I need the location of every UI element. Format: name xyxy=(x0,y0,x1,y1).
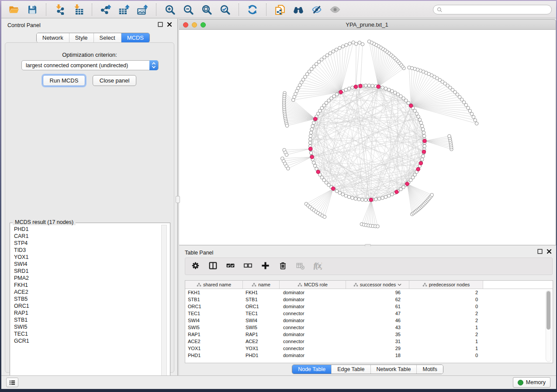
node[interactable] xyxy=(420,124,424,128)
node[interactable] xyxy=(381,196,384,200)
node[interactable] xyxy=(377,197,381,200)
leaf-node[interactable] xyxy=(430,193,434,197)
table-row[interactable]: ORC1ORC1dominator610 xyxy=(185,303,553,310)
node[interactable] xyxy=(347,87,351,90)
node[interactable] xyxy=(384,87,387,90)
export-image-button[interactable] xyxy=(136,3,149,16)
table-row[interactable]: STB1STB1dominator620 xyxy=(185,296,553,303)
mcds-node[interactable] xyxy=(377,85,381,89)
column-header-successor-nodes[interactable]: successor nodes xyxy=(346,281,409,289)
node[interactable] xyxy=(351,196,354,200)
leaf-node[interactable] xyxy=(408,66,411,69)
mcds-result-item[interactable]: SWI5 xyxy=(10,323,160,330)
leaf-node[interactable] xyxy=(358,41,361,45)
table-settings-button[interactable] xyxy=(191,261,200,272)
node[interactable] xyxy=(312,161,315,165)
select-all-button[interactable] xyxy=(226,261,235,272)
node[interactable] xyxy=(308,141,312,144)
save-session-button[interactable] xyxy=(26,3,39,16)
mcds-result-item[interactable]: PMA2 xyxy=(10,275,160,282)
mcds-node[interactable] xyxy=(359,84,363,88)
node[interactable] xyxy=(311,124,315,128)
mcds-node[interactable] xyxy=(310,155,314,159)
leaf-node[interactable] xyxy=(287,167,290,170)
mcds-result-item[interactable]: ORC1 xyxy=(10,303,160,309)
deselect-all-button[interactable] xyxy=(244,261,252,272)
leaf-node[interactable] xyxy=(291,98,295,102)
close-panel-icon[interactable] xyxy=(167,22,172,27)
network-graph[interactable] xyxy=(178,30,556,244)
mcds-result-scrollbar[interactable] xyxy=(161,225,167,383)
node[interactable] xyxy=(351,86,354,89)
mcds-result-item[interactable]: TEC1 xyxy=(10,330,160,337)
node[interactable] xyxy=(309,134,312,138)
node[interactable] xyxy=(344,194,348,198)
leaf-node[interactable] xyxy=(323,56,326,59)
tab-motifs[interactable]: Motifs xyxy=(416,365,443,374)
node[interactable] xyxy=(354,197,357,200)
mcds-result-item[interactable]: SWI4 xyxy=(10,261,160,268)
node[interactable] xyxy=(338,191,342,195)
node[interactable] xyxy=(419,121,423,125)
node[interactable] xyxy=(309,151,313,155)
network-canvas[interactable] xyxy=(178,30,556,245)
leaf-node[interactable] xyxy=(468,109,472,113)
search-box[interactable] xyxy=(433,5,552,14)
tab-select[interactable]: Select xyxy=(93,33,121,42)
optimization-criterion-select[interactable]: largest connected component (undirected) xyxy=(21,60,159,70)
mcds-result-item[interactable]: RAP1 xyxy=(10,309,160,316)
close-table-panel-icon[interactable] xyxy=(547,249,552,254)
mcds-result-item[interactable]: TID3 xyxy=(10,247,160,254)
table-row[interactable]: YOX1YOX1connector291 xyxy=(185,345,553,352)
mcds-result-item[interactable]: ACE2 xyxy=(10,289,160,296)
leaf-node[interactable] xyxy=(332,50,335,53)
table-row[interactable]: PHD1PHD1dominator180 xyxy=(185,352,553,359)
node[interactable] xyxy=(418,118,422,121)
tab-node-table[interactable]: Node Table xyxy=(292,365,331,374)
mcds-result-item[interactable]: SRD1 xyxy=(10,268,160,275)
tab-style[interactable]: Style xyxy=(69,33,93,42)
node[interactable] xyxy=(361,198,364,202)
node[interactable] xyxy=(367,84,371,87)
mcds-node[interactable] xyxy=(369,198,373,202)
leaf-node[interactable] xyxy=(329,52,332,55)
leaf-node[interactable] xyxy=(323,215,326,219)
mcds-node[interactable] xyxy=(422,150,426,154)
leaf-node[interactable] xyxy=(472,115,475,119)
search-input[interactable] xyxy=(445,6,551,14)
mcds-result-item[interactable]: CAR1 xyxy=(10,233,160,240)
column-header-MCDS-role[interactable]: MCDS role xyxy=(280,281,346,289)
float-panel-icon[interactable] xyxy=(158,22,163,27)
export-table-button[interactable] xyxy=(118,3,131,16)
vertical-splitter-handle[interactable] xyxy=(176,196,180,203)
leaf-node[interactable] xyxy=(338,46,342,50)
node[interactable] xyxy=(422,134,426,138)
node[interactable] xyxy=(422,155,425,158)
column-header-shared-name[interactable]: shared name xyxy=(185,281,243,289)
node[interactable] xyxy=(384,195,387,199)
mcds-node[interactable] xyxy=(354,85,358,89)
zoom-fit-button[interactable] xyxy=(200,3,213,16)
mcds-node[interactable] xyxy=(405,182,409,186)
mcds-node[interactable] xyxy=(316,170,320,174)
mcds-node[interactable] xyxy=(409,104,413,108)
table-row[interactable]: TEC1TEC1connector472 xyxy=(185,310,553,317)
delete-table-button[interactable] xyxy=(296,261,304,272)
leaf-node[interactable] xyxy=(285,153,288,157)
add-row-button[interactable] xyxy=(261,261,270,272)
table-row[interactable]: FKH1FKH1dominator962 xyxy=(185,289,553,296)
mcds-result-item[interactable]: YOX1 xyxy=(10,254,160,261)
node[interactable] xyxy=(364,84,367,87)
mcds-result-item[interactable]: GCR1 xyxy=(10,337,160,344)
node[interactable] xyxy=(391,89,394,93)
node[interactable] xyxy=(347,195,351,199)
leaf-node[interactable] xyxy=(475,122,478,125)
table-row[interactable]: RAP1RAP1dominator352 xyxy=(185,331,553,338)
leaf-node[interactable] xyxy=(354,42,358,46)
mcds-node[interactable] xyxy=(423,139,427,143)
leaf-node[interactable] xyxy=(474,119,477,122)
table-row[interactable]: SWI5SWI5connector431 xyxy=(185,324,553,331)
delete-row-button[interactable] xyxy=(279,261,287,272)
node[interactable] xyxy=(312,121,315,125)
network-window-titlebar[interactable]: YPA_prune.txt_1 xyxy=(178,19,556,30)
